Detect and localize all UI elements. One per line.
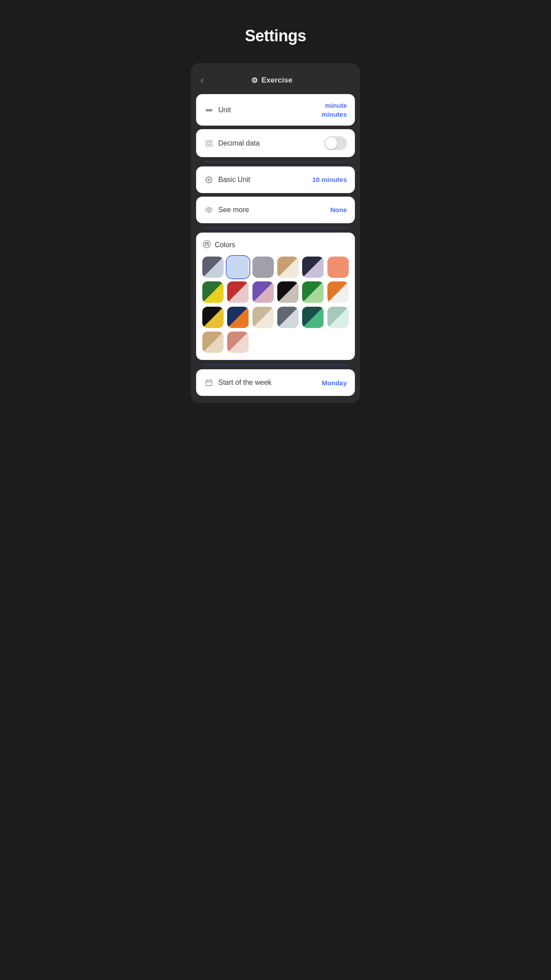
unit-value: minute minutes bbox=[321, 101, 347, 119]
svg-point-17 bbox=[208, 245, 209, 246]
color-swatch-2[interactable] bbox=[252, 257, 274, 278]
divider-1 bbox=[204, 162, 347, 162]
color-swatch-1[interactable] bbox=[227, 257, 248, 278]
color-swatch-19[interactable] bbox=[227, 332, 248, 353]
grid-icon bbox=[204, 138, 214, 148]
color-swatch-0[interactable] bbox=[202, 257, 224, 278]
see-more-label: See more bbox=[218, 206, 249, 214]
svg-point-15 bbox=[208, 243, 209, 244]
eye-icon bbox=[204, 205, 214, 215]
see-more-row[interactable]: See more None bbox=[196, 197, 355, 223]
svg-rect-6 bbox=[210, 140, 212, 142]
basic-unit-label: Basic Unit bbox=[218, 176, 250, 184]
color-swatch-8[interactable] bbox=[252, 281, 274, 303]
plus-icon bbox=[204, 175, 214, 185]
color-swatch-15[interactable] bbox=[277, 307, 299, 328]
color-swatch-4[interactable] bbox=[302, 257, 323, 278]
color-swatch-7[interactable] bbox=[227, 281, 248, 303]
svg-point-12 bbox=[208, 209, 210, 211]
basic-unit-value: 10 minutes bbox=[312, 175, 347, 184]
unit-label: Unit bbox=[218, 106, 231, 114]
start-of-week-value: Monday bbox=[322, 379, 347, 387]
gear-icon: ⚙ bbox=[251, 76, 258, 85]
palette-icon bbox=[202, 240, 211, 250]
svg-point-14 bbox=[205, 243, 206, 244]
svg-rect-7 bbox=[206, 144, 208, 146]
color-swatch-5[interactable] bbox=[327, 257, 349, 278]
color-swatch-17[interactable] bbox=[327, 307, 349, 328]
colors-card: Colors bbox=[196, 233, 355, 360]
toggle-knob bbox=[325, 137, 337, 149]
color-swatch-10[interactable] bbox=[302, 281, 323, 303]
colors-title: Colors bbox=[215, 241, 235, 249]
svg-rect-56 bbox=[206, 380, 212, 386]
color-swatch-3[interactable] bbox=[277, 257, 299, 278]
screen: Settings ‹ ⚙ Exercise bbox=[184, 0, 367, 421]
settings-card: ‹ ⚙ Exercise Unit bbox=[191, 63, 360, 403]
unit-row-left: Unit bbox=[204, 105, 231, 115]
header-title: ⚙ Exercise bbox=[251, 76, 292, 85]
color-swatch-12[interactable] bbox=[202, 307, 224, 328]
color-swatch-9[interactable] bbox=[277, 281, 299, 303]
svg-rect-27 bbox=[327, 257, 349, 278]
svg-rect-8 bbox=[210, 144, 212, 146]
page-title: Settings bbox=[184, 0, 367, 63]
decimal-toggle[interactable] bbox=[324, 136, 347, 150]
calendar-icon bbox=[204, 378, 214, 387]
see-more-value: None bbox=[331, 205, 347, 214]
color-swatch-14[interactable] bbox=[252, 307, 274, 328]
svg-rect-0 bbox=[206, 109, 213, 111]
divider-3 bbox=[204, 364, 347, 365]
decimal-row[interactable]: Decimal data bbox=[196, 129, 355, 157]
svg-rect-22 bbox=[252, 257, 274, 278]
color-swatch-11[interactable] bbox=[327, 281, 349, 303]
start-of-week-row[interactable]: Start of the week Monday bbox=[196, 369, 355, 396]
start-of-week-label: Start of the week bbox=[218, 379, 272, 387]
back-button[interactable]: ‹ bbox=[197, 73, 207, 88]
decimal-row-left: Decimal data bbox=[204, 138, 260, 148]
svg-rect-5 bbox=[206, 140, 208, 142]
decimal-label: Decimal data bbox=[218, 139, 260, 147]
ruler-icon bbox=[204, 105, 214, 115]
header-row: ‹ ⚙ Exercise bbox=[191, 67, 360, 91]
svg-rect-21 bbox=[227, 257, 248, 278]
start-of-week-row-left: Start of the week bbox=[204, 378, 272, 387]
basic-unit-row[interactable]: Basic Unit 10 minutes bbox=[196, 166, 355, 193]
unit-row[interactable]: Unit minute minutes bbox=[196, 94, 355, 126]
basic-unit-row-left: Basic Unit bbox=[204, 175, 250, 185]
color-swatch-13[interactable] bbox=[227, 307, 248, 328]
colors-header: Colors bbox=[202, 240, 349, 250]
svg-point-18 bbox=[206, 242, 208, 243]
color-swatch-18[interactable] bbox=[202, 332, 224, 353]
color-swatch-6[interactable] bbox=[202, 281, 224, 303]
color-grid bbox=[202, 257, 349, 353]
see-more-row-left: See more bbox=[204, 205, 249, 215]
svg-point-16 bbox=[205, 245, 206, 246]
divider-2 bbox=[204, 228, 347, 228]
svg-point-13 bbox=[203, 241, 211, 248]
color-swatch-16[interactable] bbox=[302, 307, 323, 328]
